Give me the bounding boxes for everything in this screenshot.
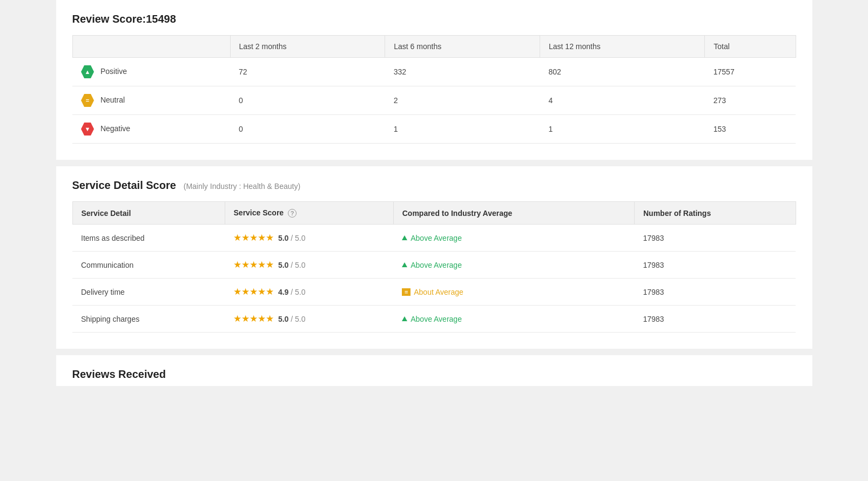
positive-icon: ▲ (81, 65, 94, 78)
star-icon: ★ (266, 314, 274, 324)
star-icon: ★ (250, 314, 258, 324)
table-row: = Neutral 0 2 4 273 (72, 86, 796, 115)
svc-compare-cell: Above Average (393, 252, 634, 279)
svc-score-cell: ★★★★★ 4.9 / 5.0 (225, 279, 393, 306)
service-detail-card: Service Detail Score (Mainly Industry : … (56, 166, 812, 349)
svc-score-cell: ★★★★★ 5.0 / 5.0 (225, 306, 393, 333)
star-icon: ★ (233, 314, 241, 324)
col-header-last12: Last 12 months (540, 36, 705, 58)
svc-score-label: Service Score (234, 208, 284, 217)
star-icon: ★ (258, 287, 266, 297)
review-score-table: Last 2 months Last 6 months Last 12 mont… (72, 35, 796, 144)
star-icon: ★ (258, 314, 266, 324)
review-score-value: 15498 (146, 13, 176, 25)
row-last2: 0 (230, 115, 385, 144)
score-value: 5.0 (278, 261, 288, 269)
reviews-received-card: Reviews Received (56, 355, 812, 386)
service-detail-title: Service Detail Score (72, 179, 176, 191)
star-icon: ★ (266, 287, 274, 297)
star-icon: ★ (250, 233, 258, 243)
score-value: 5.0 (278, 234, 288, 242)
star-icon: ★ (241, 314, 250, 324)
score-max: / 5.0 (291, 315, 305, 323)
row-last12: 4 (540, 86, 705, 115)
svc-detail-cell: Communication (72, 252, 225, 279)
row-last12: 1 (540, 115, 705, 144)
star-icon: ★ (258, 260, 266, 270)
svc-col-detail: Service Detail (72, 202, 225, 225)
col-header-last2: Last 2 months (230, 36, 385, 58)
row-total: 153 (705, 115, 796, 144)
row-last6: 332 (385, 58, 540, 86)
star-icon: ★ (233, 287, 241, 297)
svc-ratings-cell: 17983 (634, 279, 796, 306)
star-icon: ★ (241, 260, 250, 270)
up-arrow-icon (402, 316, 407, 321)
svc-ratings-cell: 17983 (634, 225, 796, 252)
svc-detail-cell: Items as described (72, 225, 225, 252)
svc-detail-cell: Shipping charges (72, 306, 225, 333)
star-icon: ★ (250, 287, 258, 297)
compare-about: = About Average (402, 288, 625, 296)
star-icon: ★ (241, 287, 250, 297)
row-last6: 2 (385, 86, 540, 115)
svc-detail-cell: Delivery time (72, 279, 225, 306)
review-score-label: Review Score: (72, 13, 146, 25)
reviews-received-title: Reviews Received (72, 368, 796, 381)
score-max: / 5.0 (291, 261, 305, 269)
svc-col-score: Service Score ? (225, 202, 393, 225)
row-type-cell: = Neutral (72, 86, 230, 115)
table-row: Items as described ★★★★★ 5.0 / 5.0 Above… (72, 225, 796, 252)
score-max: / 5.0 (291, 288, 305, 296)
compare-above: Above Average (402, 261, 625, 269)
svc-compare-cell: Above Average (393, 225, 634, 252)
row-label: Negative (100, 124, 130, 133)
star-icon: ★ (266, 260, 274, 270)
svc-compare-cell: = About Average (393, 279, 634, 306)
svc-compare-cell: Above Average (393, 306, 634, 333)
svc-ratings-cell: 17983 (634, 306, 796, 333)
service-detail-table: Service Detail Service Score ? Compared … (72, 201, 796, 333)
col-header-total: Total (705, 36, 796, 58)
service-detail-header: Service Detail Score (Mainly Industry : … (72, 179, 796, 192)
up-arrow-icon (402, 262, 407, 267)
table-row: ▼ Negative 0 1 1 153 (72, 115, 796, 144)
svc-col-ratings: Number of Ratings (634, 202, 796, 225)
svc-score-cell: ★★★★★ 5.0 / 5.0 (225, 225, 393, 252)
col-header-type (72, 36, 230, 58)
row-label: Neutral (100, 96, 125, 104)
negative-icon: ▼ (81, 123, 94, 136)
compare-above: Above Average (402, 234, 625, 242)
row-last12: 802 (540, 58, 705, 86)
score-max: / 5.0 (291, 234, 305, 242)
row-total: 273 (705, 86, 796, 115)
svc-col-compare: Compared to Industry Average (393, 202, 634, 225)
up-arrow-icon (402, 235, 407, 240)
equal-icon: = (402, 288, 411, 296)
review-score-title: Review Score:15498 (72, 13, 796, 25)
service-score-help-icon[interactable]: ? (288, 209, 297, 218)
star-icon: ★ (258, 233, 266, 243)
row-last2: 72 (230, 58, 385, 86)
row-total: 17557 (705, 58, 796, 86)
row-type-cell: ▼ Negative (72, 115, 230, 144)
table-row: Communication ★★★★★ 5.0 / 5.0 Above Aver… (72, 252, 796, 279)
row-type-cell: ▲ Positive (72, 58, 230, 86)
row-label: Positive (100, 67, 127, 76)
table-row: Delivery time ★★★★★ 4.9 / 5.0 = About Av… (72, 279, 796, 306)
service-detail-subtitle: (Mainly Industry : Health & Beauty) (184, 182, 300, 191)
star-icon: ★ (266, 233, 274, 243)
col-header-last6: Last 6 months (385, 36, 540, 58)
svc-ratings-cell: 17983 (634, 252, 796, 279)
score-value: 5.0 (278, 315, 288, 323)
star-icon: ★ (233, 260, 241, 270)
row-last6: 1 (385, 115, 540, 144)
table-row: ▲ Positive 72 332 802 17557 (72, 58, 796, 86)
row-last2: 0 (230, 86, 385, 115)
svc-score-cell: ★★★★★ 5.0 / 5.0 (225, 252, 393, 279)
star-icon: ★ (233, 233, 241, 243)
neutral-icon: = (81, 94, 94, 107)
review-score-card: Review Score:15498 Last 2 months Last 6 … (56, 0, 812, 160)
star-icon: ★ (250, 260, 258, 270)
score-value: 4.9 (278, 288, 288, 296)
